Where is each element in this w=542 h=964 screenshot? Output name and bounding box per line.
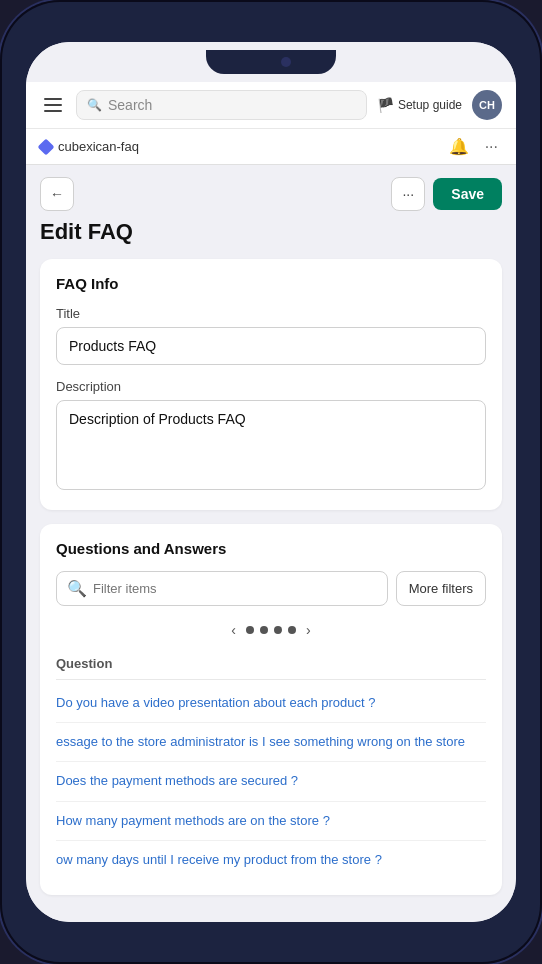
top-nav: 🔍 Search 🏴 Setup guide CH: [26, 82, 516, 129]
title-field-label: Title: [56, 306, 486, 321]
questions-card-title: Questions and Answers: [56, 540, 486, 557]
page-title: Edit FAQ: [40, 219, 502, 245]
tab-bar: cubexican-faq 🔔 ···: [26, 129, 516, 165]
description-field-label: Description: [56, 379, 486, 394]
notch-area: [26, 42, 516, 82]
setup-guide-label: Setup guide: [398, 98, 462, 112]
bell-button[interactable]: 🔔: [445, 133, 473, 160]
hamburger-line-3: [44, 110, 62, 112]
page-dot-1: [246, 626, 254, 634]
hamburger-line-2: [44, 104, 62, 106]
search-input[interactable]: Search: [108, 97, 356, 113]
phone-frame: 🔍 Search 🏴 Setup guide CH cubexican-faq …: [0, 0, 542, 964]
filter-input-wrap[interactable]: 🔍: [56, 571, 388, 606]
tab-label: cubexican-faq: [58, 139, 139, 154]
content-area: ← ··· Save Edit FAQ FAQ Info Title Descr…: [26, 165, 516, 922]
prev-page-button[interactable]: ‹: [227, 620, 240, 640]
tab-more-button[interactable]: ···: [481, 134, 502, 160]
tab-diamond-icon: [38, 138, 55, 155]
setup-guide-button[interactable]: 🏴 Setup guide: [377, 97, 462, 113]
page-dot-4: [288, 626, 296, 634]
tab-actions: 🔔 ···: [445, 133, 502, 160]
next-page-button[interactable]: ›: [302, 620, 315, 640]
flag-icon: 🏴: [377, 97, 394, 113]
description-textarea[interactable]: Description of Products FAQ: [56, 400, 486, 490]
pagination-row: ‹ ›: [56, 620, 486, 640]
page-dot-2: [260, 626, 268, 634]
more-options-button[interactable]: ···: [391, 177, 425, 211]
question-item-0[interactable]: Do you have a video presentation about e…: [56, 684, 486, 723]
filter-search-icon: 🔍: [67, 579, 87, 598]
save-button[interactable]: Save: [433, 178, 502, 210]
toolbar: ← ··· Save: [40, 165, 502, 219]
avatar[interactable]: CH: [472, 90, 502, 120]
table-header: Question: [56, 650, 486, 680]
title-input[interactable]: [56, 327, 486, 365]
camera-dot: [281, 57, 291, 67]
faq-info-card: FAQ Info Title Description Description o…: [40, 259, 502, 510]
search-icon: 🔍: [87, 98, 102, 112]
filter-row: 🔍 More filters: [56, 571, 486, 606]
questions-answers-card: Questions and Answers 🔍 More filters ‹: [40, 524, 502, 895]
question-item-2[interactable]: Does the payment methods are secured ?: [56, 762, 486, 801]
tab-item-faq[interactable]: cubexican-faq: [40, 129, 139, 164]
questions-list: Do you have a video presentation about e…: [56, 684, 486, 879]
page-dot-3: [274, 626, 282, 634]
search-bar[interactable]: 🔍 Search: [76, 90, 367, 120]
question-item-4[interactable]: ow many days until I receive my product …: [56, 841, 486, 879]
notch: [206, 50, 336, 74]
back-button[interactable]: ←: [40, 177, 74, 211]
hamburger-line-1: [44, 98, 62, 100]
faq-info-card-title: FAQ Info: [56, 275, 486, 292]
hamburger-button[interactable]: [40, 94, 66, 116]
phone-screen: 🔍 Search 🏴 Setup guide CH cubexican-faq …: [26, 42, 516, 922]
question-item-1[interactable]: essage to the store administrator is I s…: [56, 723, 486, 762]
more-filters-button[interactable]: More filters: [396, 571, 486, 606]
question-item-3[interactable]: How many payment methods are on the stor…: [56, 802, 486, 841]
filter-input[interactable]: [93, 581, 377, 596]
